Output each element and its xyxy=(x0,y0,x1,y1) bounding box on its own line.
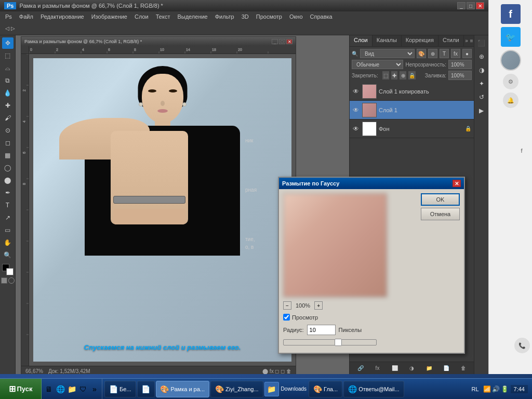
panel-menu[interactable]: ≡ xyxy=(469,35,474,46)
menu-select[interactable]: Выделение xyxy=(174,12,210,21)
actions-icon[interactable]: ▶ xyxy=(476,105,487,116)
menu-3d[interactable]: 3D xyxy=(238,12,252,21)
menu-layers[interactable]: Слои xyxy=(131,12,152,21)
properties-icon[interactable]: ◑ xyxy=(476,64,487,76)
layer-filter-btn[interactable]: 🎨 xyxy=(417,49,426,58)
crop-tool[interactable]: ⧉ xyxy=(2,75,14,86)
radius-slider-thumb[interactable] xyxy=(335,339,342,346)
doc-maximize[interactable]: □ xyxy=(279,39,285,44)
ql-arrow[interactable]: » xyxy=(89,384,100,394)
preview-zoom-out[interactable]: − xyxy=(283,301,291,310)
taskbar-item-ps3[interactable]: 🎨 Гла... xyxy=(309,381,342,397)
fill-input[interactable] xyxy=(448,71,472,80)
menu-image[interactable]: Изображение xyxy=(88,12,130,21)
twitter-btn[interactable]: 🐦 xyxy=(501,27,521,47)
facebook-btn[interactable]: f xyxy=(501,4,521,24)
tab-correction[interactable]: Коррекция xyxy=(402,35,438,46)
text-tool[interactable]: T xyxy=(2,200,14,211)
layer-eye-1[interactable]: 👁 xyxy=(352,106,360,114)
menu-window[interactable]: Окно xyxy=(286,12,306,21)
taskbar-item-be[interactable]: 📄 Бе... xyxy=(104,381,136,397)
sidebar-icon-1[interactable]: ⚙ xyxy=(503,74,518,89)
blend-mode-select[interactable]: Обычные xyxy=(352,60,403,69)
menu-ps[interactable]: Ps xyxy=(2,12,15,21)
zoom-tool[interactable]: 🔍 xyxy=(2,249,14,261)
layer-group-btn[interactable]: 📁 xyxy=(424,364,434,373)
menu-help[interactable]: Справка xyxy=(307,12,336,21)
menu-text[interactable]: Текст xyxy=(153,12,174,21)
layer-filter-select[interactable]: Вид xyxy=(360,49,415,58)
minimize-btn[interactable]: _ xyxy=(457,2,466,9)
gradient-tool[interactable]: ▦ xyxy=(2,150,14,161)
taskbar-item-ps-main[interactable]: 🎨 Рамка и ра... xyxy=(156,381,209,397)
eyedrop-tool[interactable]: 💧 xyxy=(2,87,14,99)
layer-filter-btn4[interactable]: fx xyxy=(451,49,460,58)
cancel-button[interactable]: Отмена xyxy=(421,208,460,220)
layer-eye-copy[interactable]: 👁 xyxy=(352,87,360,96)
radius-slider-track[interactable] xyxy=(283,339,377,345)
panel-tab-arrows[interactable]: » xyxy=(464,35,470,46)
styles-icon[interactable]: ✦ xyxy=(476,78,487,89)
ql-explorer[interactable]: 📁 xyxy=(66,384,77,394)
menu-filter[interactable]: Фильтр xyxy=(212,12,237,21)
dodge-tool[interactable]: ⬤ xyxy=(2,175,14,186)
opacity-input[interactable] xyxy=(448,60,472,69)
layer-fx-btn[interactable]: fx xyxy=(373,364,382,373)
move-tool[interactable]: ✥ xyxy=(2,37,14,49)
taskbar-downloads[interactable]: 📁 xyxy=(264,382,279,396)
layer-link-btn[interactable]: 🔗 xyxy=(356,364,365,373)
doc-minimize[interactable]: _ xyxy=(272,39,278,44)
maximize-btn[interactable]: □ xyxy=(467,2,475,9)
layer-filter-toggle[interactable]: ● xyxy=(462,49,472,58)
preview-zoom-in[interactable]: + xyxy=(314,301,323,310)
stamp-tool[interactable]: ⊙ xyxy=(2,125,14,136)
layer-new-btn[interactable]: 📄 xyxy=(442,364,451,373)
radius-input[interactable] xyxy=(307,325,336,335)
taskbar-item-mail[interactable]: 🌐 Ответы@Mail... xyxy=(343,381,404,397)
ql-ie[interactable]: 🌐 xyxy=(55,384,65,394)
lock-all-btn[interactable]: 🔒 xyxy=(408,71,416,79)
layer-filter-btn3[interactable]: T xyxy=(440,49,449,58)
sidebar-icon-2[interactable]: 🔔 xyxy=(503,92,518,108)
layer-item-1[interactable]: 👁 Слой 1 xyxy=(350,101,474,119)
taskbar-item-ps-img[interactable]: 🎨 Ziyi_Zhang... xyxy=(210,381,263,397)
heal-tool[interactable]: ✚ xyxy=(2,100,14,111)
tab-styles[interactable]: Стили xyxy=(438,35,464,46)
lasso-tool[interactable]: ⌓ xyxy=(2,62,14,74)
close-btn[interactable]: ✕ xyxy=(476,2,484,9)
dialog-close-btn[interactable]: ✕ xyxy=(453,180,461,187)
adjustment-icon[interactable]: ⊕ xyxy=(476,51,487,62)
tab-channels[interactable]: Каналы xyxy=(373,35,402,46)
layer-mask-btn[interactable]: ⬜ xyxy=(390,364,400,373)
layer-delete-btn[interactable]: 🗑 xyxy=(459,364,468,373)
history-icon[interactable]: ↺ xyxy=(476,91,487,103)
path-tool[interactable]: ↗ xyxy=(2,212,14,223)
preview-checkbox[interactable] xyxy=(283,314,290,321)
layer-item-copy[interactable]: 👁 Слой 1 копировать xyxy=(350,82,474,101)
ok-button[interactable]: OK xyxy=(421,193,460,206)
tab-layers[interactable]: Слои xyxy=(350,35,373,46)
phone-icon[interactable]: 📞 xyxy=(514,338,530,353)
pen-tool[interactable]: ✒ xyxy=(2,187,14,198)
brush-tool[interactable]: 🖌 xyxy=(2,112,14,124)
lock-move-btn[interactable]: ✚ xyxy=(391,71,398,79)
hand-tool[interactable]: ✋ xyxy=(2,237,14,248)
menu-edit[interactable]: Редактирование xyxy=(37,12,87,21)
layer-filter-btn2[interactable]: ⊕ xyxy=(428,49,437,58)
foreground-bg-colors[interactable] xyxy=(2,264,14,275)
menu-view[interactable]: Просмотр xyxy=(253,12,285,21)
layer-item-bg[interactable]: 👁 Фон 🔒 xyxy=(350,119,474,138)
menu-file[interactable]: Файл xyxy=(16,12,36,21)
layer-adjust-btn[interactable]: ◑ xyxy=(407,364,417,373)
ql-antivirus[interactable]: 🛡 xyxy=(78,384,88,394)
layers-icon[interactable]: ⬛ xyxy=(476,37,487,49)
doc-close[interactable]: ✕ xyxy=(286,39,292,44)
shape-tool[interactable]: ▭ xyxy=(2,224,14,236)
lock-artboard-btn[interactable]: ⊕ xyxy=(400,71,406,79)
blur-tool[interactable]: ◯ xyxy=(2,162,14,174)
eraser-tool[interactable]: ◻ xyxy=(2,137,14,149)
lock-pixels-btn[interactable]: ⬚ xyxy=(382,71,389,79)
start-button[interactable]: ⊞ Пуск xyxy=(0,379,42,400)
taskbar-item-blank[interactable]: 📄 xyxy=(137,381,155,397)
select-tool[interactable]: ⬚ xyxy=(2,50,14,61)
